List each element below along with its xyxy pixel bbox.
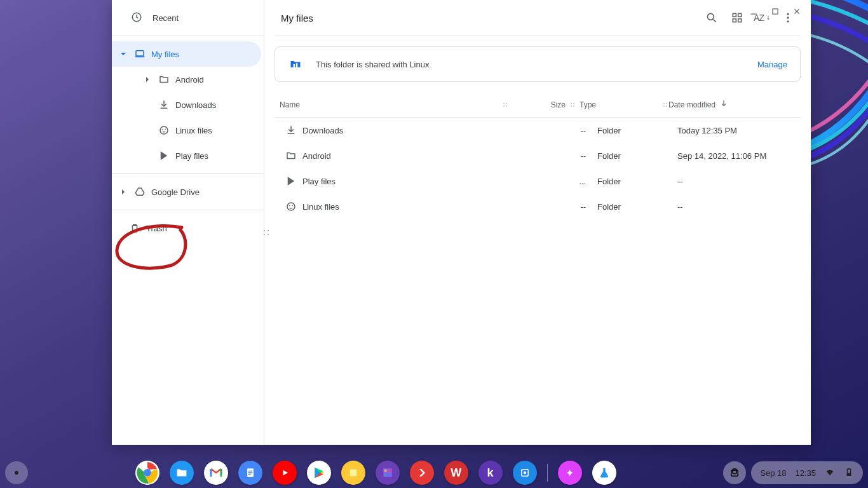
file-type: Folder [586, 202, 668, 212]
column-resize-handle[interactable] [569, 102, 576, 108]
column-header-type[interactable]: Type [580, 100, 662, 109]
svg-rect-57 [848, 468, 850, 469]
svg-rect-17 [738, 19, 742, 22]
sidebar-item-downloads[interactable]: Downloads [135, 92, 261, 118]
svg-rect-55 [733, 469, 736, 474]
file-date: -- [668, 202, 796, 212]
sidebar-item-label: Google Drive [151, 187, 200, 197]
app-gmail[interactable] [204, 461, 228, 485]
app-keep[interactable] [341, 461, 365, 485]
divider [112, 36, 264, 36]
svg-rect-15 [738, 13, 742, 17]
linux-share-banner: This folder is shared with Linux Manage [275, 46, 801, 82]
app-wps[interactable]: W [444, 461, 468, 485]
sidebar-item-label: Linux files [175, 126, 212, 135]
shelf-divider [547, 464, 548, 482]
search-button[interactable] [699, 5, 724, 30]
sidebar-item-android[interactable]: Android [135, 67, 261, 92]
table-row[interactable]: Downloads--FolderToday 12:35 PM [275, 118, 801, 143]
file-name: Play files [302, 177, 529, 186]
app-youtube[interactable] [273, 461, 297, 485]
tote-button[interactable] [723, 461, 746, 484]
svg-rect-50 [384, 474, 386, 476]
svg-point-38 [15, 471, 18, 475]
view-toggle-button[interactable] [724, 5, 750, 30]
file-type: Folder [586, 177, 668, 186]
sidebar-item-play-files[interactable]: Play files [135, 143, 261, 168]
table-row[interactable]: Android--FolderSep 14, 2022, 11:06 PM [275, 143, 801, 168]
sidebar-item-label: Recent [153, 13, 179, 23]
svg-point-20 [787, 20, 789, 22]
trash-icon [128, 222, 141, 234]
svg-rect-48 [384, 470, 386, 471]
app-pink[interactable]: ✦ [558, 461, 582, 485]
tray-time: 12:35 [795, 468, 816, 478]
svg-point-32 [666, 103, 667, 104]
file-size: ... [529, 177, 586, 186]
column-header-size[interactable]: Size [508, 100, 566, 109]
chevron-down-icon[interactable] [118, 49, 128, 59]
svg-point-6 [160, 126, 168, 134]
sidebar-item-label: My files [151, 50, 179, 59]
window-minimize-button[interactable] [747, 5, 760, 18]
svg-point-35 [287, 203, 295, 210]
svg-point-24 [506, 103, 507, 104]
column-resize-handle[interactable] [662, 102, 668, 108]
tray-date: Sep 18 [760, 468, 786, 478]
sidebar-item-trash[interactable]: Trash [112, 215, 261, 241]
sidebar-item-linux-files[interactable]: Linux files [135, 118, 261, 143]
app-anydesk[interactable] [410, 461, 434, 485]
window-maximize-button[interactable] [769, 5, 782, 18]
svg-rect-5 [135, 57, 145, 58]
app-screenshot[interactable] [513, 461, 537, 485]
window-close-button[interactable] [790, 5, 803, 18]
sidebar-item-recent[interactable]: Recent [112, 5, 264, 30]
file-name: Downloads [302, 126, 529, 135]
play-icon [280, 175, 302, 187]
svg-rect-21 [294, 64, 295, 67]
file-name: Android [302, 151, 529, 161]
chevron-right-icon[interactable] [142, 74, 153, 85]
column-header-date[interactable]: Date modified [668, 99, 796, 110]
divider [112, 210, 264, 210]
laptop-icon [133, 48, 146, 60]
app-generic-purple[interactable] [376, 461, 400, 485]
svg-point-26 [506, 105, 507, 107]
svg-rect-16 [733, 19, 736, 22]
banner-text: This folder is shared with Linux [316, 60, 745, 69]
sidebar: Recent My files Android Downloads [112, 0, 264, 445]
svg-point-28 [573, 103, 574, 104]
svg-rect-49 [388, 470, 390, 471]
chevron-right-icon[interactable] [118, 187, 128, 197]
svg-rect-4 [136, 51, 144, 56]
sort-descending-icon [719, 99, 728, 110]
table-row[interactable]: Linux files--Folder-- [275, 194, 801, 219]
svg-rect-43 [248, 471, 252, 471]
table-row[interactable]: Play files...Folder-- [275, 168, 801, 194]
app-k[interactable]: k [478, 461, 503, 485]
svg-rect-44 [248, 472, 252, 473]
svg-rect-22 [296, 63, 298, 67]
sidebar-item-google-drive[interactable]: Google Drive [112, 179, 261, 205]
toolbar: My files AZ [264, 0, 811, 36]
launcher-button[interactable] [5, 461, 28, 484]
column-header-name[interactable]: Name [280, 100, 502, 109]
app-docs[interactable] [238, 461, 262, 485]
svg-point-33 [663, 105, 665, 107]
status-tray[interactable]: Sep 18 12:35 [751, 461, 863, 484]
manage-link[interactable]: Manage [757, 60, 787, 69]
linux-icon [280, 201, 302, 212]
wifi-icon [825, 467, 835, 479]
folder-icon [158, 73, 170, 86]
file-name: Linux files [302, 202, 529, 212]
sidebar-item-my-files[interactable]: My files [112, 41, 261, 67]
svg-point-36 [289, 205, 290, 207]
page-title: My files [281, 13, 313, 24]
app-play-store[interactable] [307, 461, 331, 485]
file-size: -- [529, 126, 586, 135]
svg-point-27 [571, 103, 572, 104]
app-chrome[interactable] [135, 461, 159, 485]
app-flask[interactable] [592, 461, 616, 485]
column-resize-handle[interactable] [502, 102, 508, 108]
app-files[interactable] [170, 461, 194, 485]
